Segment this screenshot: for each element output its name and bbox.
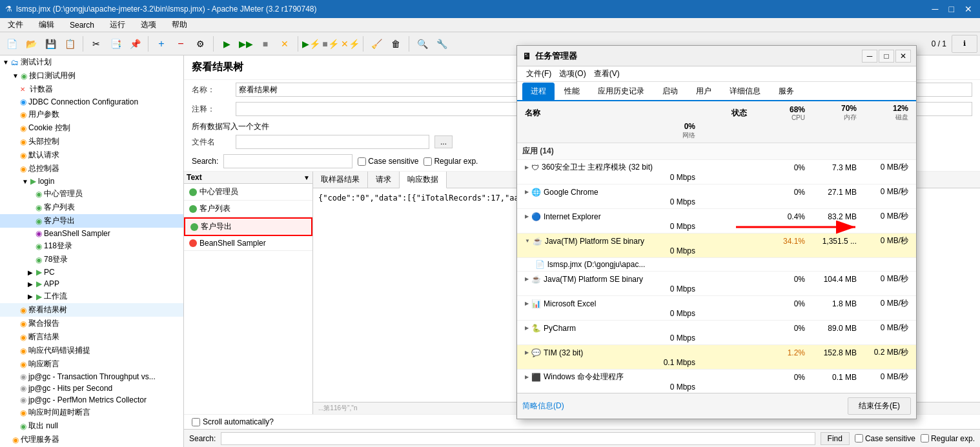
tm-menu-options[interactable]: 选项(O) xyxy=(555,68,589,79)
remote-stop-button[interactable]: ■⚡ xyxy=(322,35,340,53)
settings-button[interactable]: ⚙ xyxy=(191,35,209,53)
tm-row-java2[interactable]: ▶☕Java(TM) Platform SE binary 0% 104.4 M… xyxy=(517,272,916,296)
result-item-client-export[interactable]: 客户导出 xyxy=(184,217,312,236)
add-button[interactable]: + xyxy=(152,35,170,53)
expand-tri-pycharm[interactable]: ▶ xyxy=(525,325,529,331)
tree-item-counter[interactable]: ✕ 计数器 xyxy=(0,83,183,96)
stop-button[interactable]: ■ xyxy=(256,35,274,53)
expand-arrow-workflow[interactable]: ▶ xyxy=(28,293,34,300)
tm-menu-view[interactable]: 查看(V) xyxy=(590,68,624,79)
tree-item-jdbc[interactable]: ◉ JDBC Connection Configuration xyxy=(0,96,183,108)
minimize-button[interactable]: ─ xyxy=(930,4,941,14)
tm-close-button[interactable]: ✕ xyxy=(895,50,911,63)
tm-header-cpu[interactable]: 68% CPU xyxy=(750,105,808,121)
tree-item-exit-null[interactable]: ◉ 取出 null xyxy=(0,419,183,433)
browse-file-button[interactable]: ... xyxy=(434,135,453,148)
regular-exp-check[interactable]: Regular exp. xyxy=(424,157,478,166)
counter-info-button[interactable]: ℹ xyxy=(952,35,977,53)
result-item-client-list[interactable]: 客户列表 xyxy=(184,201,312,217)
menu-file[interactable]: 文件 xyxy=(5,19,26,30)
start-button[interactable]: ▶ xyxy=(218,35,236,53)
tree-item-pc[interactable]: ▶ ▶ PC xyxy=(0,266,183,278)
tm-tab-history[interactable]: 应用历史记录 xyxy=(589,83,653,100)
tm-row-pycharm[interactable]: ▶🐍PyCharm 0% 89.0 MB 0 MB/秒 0 Mbps xyxy=(517,321,916,345)
tm-row-java1[interactable]: ▼☕Java(TM) Platform SE binary 34.1% 1,35… xyxy=(517,233,916,258)
tree-item-total-ctrl[interactable]: ◉ 总控制器 xyxy=(0,162,183,175)
menu-help[interactable]: 帮助 xyxy=(169,19,190,30)
column-dropdown-icon[interactable]: ▼ xyxy=(303,174,310,181)
tree-item-resp-time[interactable]: ◉ 响应时间超时断言 xyxy=(0,406,183,419)
case-sensitive-checkbox[interactable] xyxy=(358,157,366,166)
bottom-regexp-checkbox[interactable] xyxy=(921,434,929,442)
tm-row-tim[interactable]: ▶💬TIM (32 bit) 1.2% 152.8 MB 0.2 MB/秒 0.… xyxy=(517,345,916,370)
tab-response-data[interactable]: 响应数据 xyxy=(400,172,447,188)
expand-tri-java2[interactable]: ▶ xyxy=(525,276,529,282)
save-button[interactable]: 💾 xyxy=(41,35,59,53)
tm-row-cmd[interactable]: ▶⬛Windows 命令处理程序 0% 0.1 MB 0 MB/秒 0 Mbps xyxy=(517,370,916,393)
expand-tri-java1[interactable]: ▼ xyxy=(525,238,530,244)
tree-item-client-list[interactable]: ◉ 客户列表 xyxy=(0,201,183,214)
find-button[interactable]: Find xyxy=(821,432,850,445)
expand-tri-chrome[interactable]: ▶ xyxy=(525,189,529,195)
tree-item-header[interactable]: ◉ 头部控制 xyxy=(0,135,183,148)
tm-minimize-button[interactable]: ─ xyxy=(862,50,877,63)
tm-header-disk[interactable]: 12% 磁盘 xyxy=(859,104,911,122)
paste-button[interactable]: 📌 xyxy=(126,35,144,53)
result-item-beanshell[interactable]: BeanShell Sampler xyxy=(184,236,312,251)
result-item-admin[interactable]: 中心管理员 xyxy=(184,184,312,201)
expand-tri-ie[interactable]: ▶ xyxy=(525,214,529,219)
tm-tab-startup[interactable]: 启动 xyxy=(654,83,686,100)
tab-sampler-result[interactable]: 取样器结果 xyxy=(313,172,368,188)
tm-menu-file[interactable]: 文件(F) xyxy=(522,68,555,79)
tm-tab-users[interactable]: 用户 xyxy=(688,83,720,100)
maximize-button[interactable]: □ xyxy=(946,4,957,14)
tree-item-hits-per-sec[interactable]: ◉ jp@gc - Hits per Second xyxy=(0,382,183,394)
tree-item-resp-assert[interactable]: ◉ 响应断言 xyxy=(0,357,183,371)
tm-header-memory[interactable]: 70% 内存 xyxy=(808,104,859,122)
tree-item-perf-metrics[interactable]: ◉ jp@gc - PerfMon Metrics Collector xyxy=(0,394,183,406)
tm-maximize-button[interactable]: □ xyxy=(879,50,894,63)
remote-shutdown-button[interactable]: ✕⚡ xyxy=(341,35,359,53)
tree-item-login[interactable]: ▼ ▶ login xyxy=(0,175,183,187)
menu-search[interactable]: Search xyxy=(67,21,97,30)
tree-item-view-result[interactable]: ◉ 察看结果树 xyxy=(0,303,183,317)
browse-button[interactable]: 🔍 xyxy=(413,35,431,53)
copy-button[interactable]: 📑 xyxy=(107,35,125,53)
tree-item-workflow[interactable]: ▶ ▶ 工作流 xyxy=(0,290,183,303)
case-sensitive-check[interactable]: Case sensitive xyxy=(358,157,418,166)
clear-button[interactable]: 🧹 xyxy=(367,35,385,53)
expand-tri-excel[interactable]: ▶ xyxy=(525,301,529,306)
tm-row-lsmsp[interactable]: 📄lsmsp.jmx (D:\gongju\apac... xyxy=(517,258,916,272)
tm-row-excel[interactable]: ▶📊Microsoft Excel 0% 1.8 MB 0 MB/秒 0 Mbp… xyxy=(517,296,916,321)
regular-exp-checkbox[interactable] xyxy=(424,157,432,166)
scroll-auto-checkbox[interactable] xyxy=(192,418,200,426)
tm-tab-services[interactable]: 服务 xyxy=(770,83,802,100)
tree-item-proxy[interactable]: ◉ 代理服务器 xyxy=(0,433,183,446)
tree-item-interface[interactable]: ▼ ◉ 接口测试用例 xyxy=(0,69,183,83)
remote-start-button[interactable]: ▶⚡ xyxy=(302,35,320,53)
menu-options[interactable]: 选项 xyxy=(138,19,159,30)
tree-item-trans-throughput[interactable]: ◉ jp@gc - Transaction Throughput vs... xyxy=(0,371,183,382)
tm-tab-perf[interactable]: 性能 xyxy=(556,83,588,100)
tree-item-app[interactable]: ▶ ▶ APP xyxy=(0,278,183,290)
bottom-regular-exp[interactable]: Regular exp. xyxy=(921,434,975,443)
remove-button[interactable]: − xyxy=(172,35,190,53)
tm-summary-link[interactable]: 简略信息(D) xyxy=(522,401,564,412)
expand-tri-tim[interactable]: ▶ xyxy=(525,350,529,355)
tree-item-assert-result[interactable]: ◉ 断言结果 xyxy=(0,330,183,344)
menu-run[interactable]: 运行 xyxy=(107,19,128,30)
bottom-case-sensitive[interactable]: Case sensitive xyxy=(855,434,915,443)
shutdown-button[interactable]: ✕ xyxy=(276,35,294,53)
tree-item-agg-report[interactable]: ◉ 聚合报告 xyxy=(0,317,183,330)
new-button[interactable]: 📄 xyxy=(3,35,21,53)
expand-arrow-login[interactable]: ▼ xyxy=(22,178,28,185)
search-input[interactable] xyxy=(223,154,352,168)
tree-item-78login[interactable]: ◉ 78登录 xyxy=(0,253,183,266)
tree-item-beanshell[interactable]: ◉ BeanShell Sampler xyxy=(0,228,183,239)
tree-item-118login[interactable]: ◉ 118登录 xyxy=(0,239,183,253)
tm-row-chrome[interactable]: ▶🌐Google Chrome 0% 27.1 MB 0 MB/秒 0 Mbps xyxy=(517,184,916,209)
tm-tab-process[interactable]: 进程 xyxy=(522,83,555,100)
bottom-search-input[interactable] xyxy=(221,432,815,445)
filename-input[interactable] xyxy=(236,135,429,149)
start-no-pause-button[interactable]: ▶▶ xyxy=(237,35,255,53)
